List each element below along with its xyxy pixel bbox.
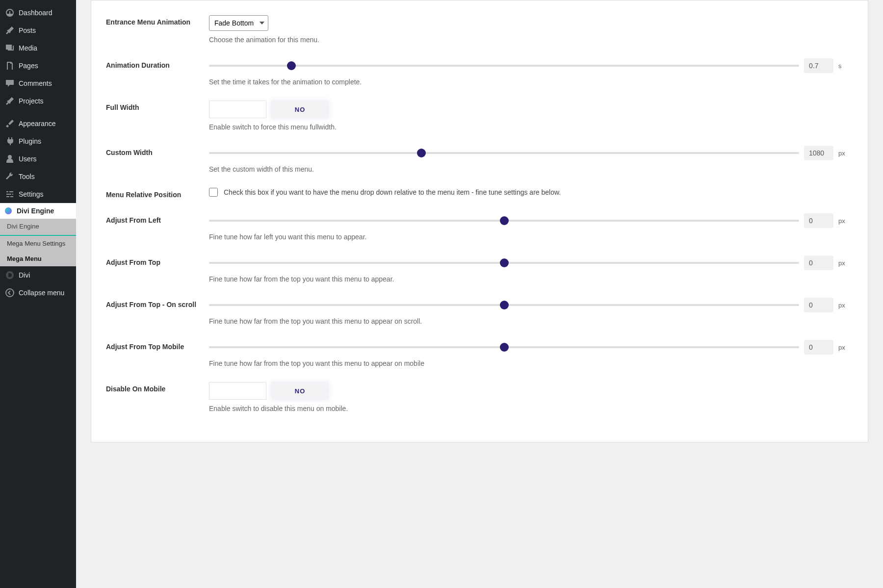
slider-thumb[interactable]	[500, 301, 509, 309]
sidebar-submenu: Divi Engine Mega Menu Settings Mega Menu	[0, 219, 76, 266]
slider-thumb[interactable]	[500, 216, 509, 225]
adjust-left-input[interactable]	[804, 213, 833, 228]
sidebar-item-projects[interactable]: Projects	[0, 92, 76, 110]
unit-label: px	[838, 344, 848, 351]
setting-adjust-top: Adjust From Top px Fine tune how far fro…	[106, 256, 848, 283]
sidebar-item-label: Media	[19, 44, 37, 52]
duration-slider[interactable]	[209, 65, 799, 67]
user-icon	[5, 154, 15, 164]
sidebar-item-label: Plugins	[19, 137, 41, 145]
help-text: Fine tune how far left you want this men…	[209, 233, 848, 241]
entrance-animation-select[interactable]: Fade Bottom	[209, 15, 268, 31]
setting-label: Entrance Menu Animation	[106, 15, 209, 26]
help-text: Fine tune how far from the top you want …	[209, 275, 848, 283]
sidebar-item-posts[interactable]: Posts	[0, 22, 76, 39]
dashboard-icon	[5, 8, 15, 18]
sidebar-item-plugins[interactable]: Plugins	[0, 132, 76, 150]
sidebar-collapse[interactable]: Collapse menu	[0, 284, 76, 302]
help-text: Enable switch to disable this menu on mo…	[209, 405, 848, 412]
menu-relative-checkbox[interactable]	[209, 188, 218, 197]
admin-sidebar: Dashboard Posts Media Pages Comments Pro…	[0, 0, 76, 588]
pin-icon	[5, 26, 15, 35]
setting-disable-mobile: Disable On Mobile NO Enable switch to di…	[106, 382, 848, 412]
help-text: Choose the animation for this menu.	[209, 36, 848, 44]
slider-thumb[interactable]	[500, 258, 509, 267]
unit-label: px	[838, 150, 848, 157]
setting-label: Adjust From Top Mobile	[106, 340, 209, 351]
adjust-top-mobile-slider[interactable]	[209, 346, 799, 348]
adjust-top-slider[interactable]	[209, 262, 799, 264]
setting-full-width: Full Width NO Enable switch to force thi…	[106, 101, 848, 131]
main-content: Entrance Menu Animation Fade Bottom Choo…	[76, 0, 883, 588]
collapse-icon	[5, 288, 15, 298]
plug-icon	[5, 136, 15, 146]
help-text: Enable switch to force this menu fullwid…	[209, 123, 848, 131]
sidebar-item-label: Settings	[19, 190, 44, 198]
setting-label: Adjust From Top - On scroll	[106, 298, 209, 308]
sliders-icon	[5, 189, 15, 199]
full-width-toggle-no[interactable]: NO	[271, 101, 329, 118]
setting-animation-duration: Animation Duration s Set the time it tak…	[106, 58, 848, 86]
pin-icon	[5, 96, 15, 106]
setting-label: Menu Relative Position	[106, 188, 209, 199]
sidebar-item-appearance[interactable]: Appearance	[0, 115, 76, 132]
setting-label: Disable On Mobile	[106, 382, 209, 393]
divi-icon	[5, 270, 15, 280]
setting-custom-width: Custom Width px Set the custom width of …	[106, 146, 848, 173]
slider-thumb[interactable]	[500, 343, 509, 352]
sidebar-item-label: Projects	[19, 97, 44, 105]
comment-icon	[5, 78, 15, 88]
setting-label: Animation Duration	[106, 58, 209, 69]
duration-input[interactable]	[804, 58, 833, 73]
disable-mobile-toggle-yes[interactable]	[209, 382, 266, 400]
slider-thumb[interactable]	[287, 61, 296, 70]
setting-adjust-left: Adjust From Left px Fine tune how far le…	[106, 213, 848, 241]
sidebar-item-media[interactable]: Media	[0, 39, 76, 57]
help-text: Set the time it takes for the animation …	[209, 78, 848, 86]
sidebar-item-label: Divi	[19, 271, 30, 279]
custom-width-slider[interactable]	[209, 152, 799, 154]
sidebar-subitem-mega-menu[interactable]: Mega Menu	[0, 251, 76, 266]
disable-mobile-toggle-no[interactable]: NO	[271, 382, 329, 400]
wrench-icon	[5, 172, 15, 181]
divi-engine-icon	[5, 207, 12, 214]
unit-label: s	[838, 62, 848, 70]
adjust-top-input[interactable]	[804, 256, 833, 270]
settings-panel: Entrance Menu Animation Fade Bottom Choo…	[91, 0, 868, 442]
sidebar-item-label: Comments	[19, 79, 52, 87]
help-text: Fine tune how far from the top you want …	[209, 317, 848, 325]
custom-width-input[interactable]	[804, 146, 833, 160]
adjust-top-scroll-input[interactable]	[804, 298, 833, 312]
setting-label: Adjust From Left	[106, 213, 209, 224]
setting-adjust-top-scroll: Adjust From Top - On scroll px Fine tune…	[106, 298, 848, 325]
sidebar-item-label: Tools	[19, 173, 35, 180]
setting-menu-relative: Menu Relative Position Check this box if…	[106, 188, 848, 199]
adjust-left-slider[interactable]	[209, 220, 799, 222]
sidebar-item-tools[interactable]: Tools	[0, 168, 76, 185]
unit-label: px	[838, 302, 848, 309]
setting-label: Adjust From Top	[106, 256, 209, 266]
help-text: Set the custom width of this menu.	[209, 165, 848, 173]
sidebar-item-dashboard[interactable]: Dashboard	[0, 4, 76, 22]
sidebar-subitem-mega-menu-settings[interactable]: Mega Menu Settings	[0, 236, 76, 251]
sidebar-subitem-divi-engine[interactable]: Divi Engine	[0, 219, 76, 236]
media-icon	[5, 43, 15, 53]
help-text: Fine tune how far from the top you want …	[209, 359, 848, 367]
slider-thumb[interactable]	[417, 149, 426, 157]
sidebar-item-label: Pages	[19, 62, 38, 70]
sidebar-item-divi-engine[interactable]: Divi Engine	[0, 203, 76, 219]
sidebar-item-comments[interactable]: Comments	[0, 75, 76, 92]
sidebar-item-users[interactable]: Users	[0, 150, 76, 168]
adjust-top-mobile-input[interactable]	[804, 340, 833, 355]
sidebar-item-label: Dashboard	[19, 9, 52, 17]
full-width-toggle-yes[interactable]	[209, 101, 266, 118]
sidebar-item-divi[interactable]: Divi	[0, 266, 76, 284]
setting-label: Full Width	[106, 101, 209, 111]
sidebar-item-label: Collapse menu	[19, 289, 64, 297]
sidebar-item-settings[interactable]: Settings	[0, 185, 76, 203]
page-icon	[5, 61, 15, 71]
sidebar-item-pages[interactable]: Pages	[0, 57, 76, 75]
svg-point-1	[6, 289, 14, 297]
adjust-top-scroll-slider[interactable]	[209, 304, 799, 306]
sidebar-item-label: Users	[19, 155, 37, 163]
